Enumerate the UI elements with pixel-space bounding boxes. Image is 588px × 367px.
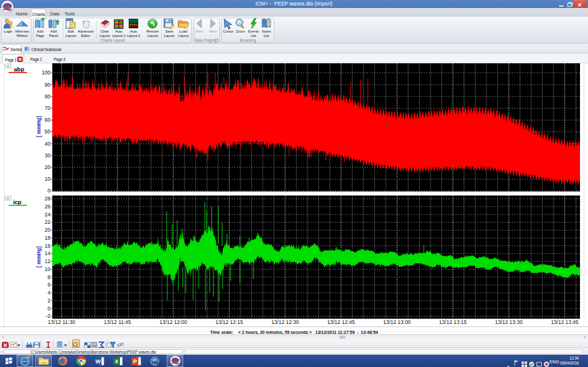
- svg-text:[ mmHg]: [ mmHg]: [36, 116, 42, 138]
- svg-text:60: 60: [45, 117, 51, 123]
- svg-text:W: W: [95, 358, 101, 364]
- svg-text:28: 28: [45, 195, 51, 202]
- svg-text:-2: -2: [46, 313, 50, 319]
- svg-text:13/12 12:45: 13/12 12:45: [327, 319, 355, 325]
- svg-text:0: 0: [47, 187, 50, 194]
- svg-text:=: =: [7, 197, 9, 200]
- svg-text:13/12 11:45: 13/12 11:45: [104, 319, 132, 325]
- svg-text:24: 24: [45, 211, 51, 218]
- svg-text:13/12 11:30: 13/12 11:30: [48, 319, 76, 325]
- svg-text:13/12 13:15: 13/12 13:15: [439, 319, 467, 325]
- svg-text:13/12 13:45: 13/12 13:45: [551, 319, 579, 325]
- svg-text:4: 4: [47, 290, 50, 296]
- svg-text:X: X: [114, 358, 118, 364]
- svg-text:abp: abp: [14, 66, 25, 73]
- svg-text:13/12 13:30: 13/12 13:30: [495, 319, 523, 325]
- svg-text:P: P: [133, 358, 137, 364]
- svg-text:100: 100: [42, 69, 50, 76]
- svg-text:10: 10: [45, 176, 51, 182]
- svg-text:8: 8: [47, 274, 50, 280]
- svg-text:70: 70: [45, 105, 51, 111]
- svg-text:20: 20: [45, 227, 51, 233]
- svg-text:13/12 13:00: 13/12 13:00: [383, 319, 411, 325]
- svg-text:[ mmHg]: [ mmHg]: [36, 247, 42, 268]
- svg-text:6: 6: [47, 282, 50, 288]
- svg-text:13/12 12:30: 13/12 12:30: [271, 319, 299, 325]
- svg-text:12: 12: [45, 258, 51, 264]
- svg-text:26: 26: [45, 203, 51, 210]
- svg-text:16: 16: [45, 243, 51, 249]
- svg-text:90: 90: [45, 82, 51, 88]
- svg-text:icp: icp: [13, 199, 22, 205]
- svg-text:40: 40: [45, 141, 51, 147]
- svg-text:20: 20: [45, 164, 51, 170]
- svg-text:13/12 12:00: 13/12 12:00: [159, 319, 187, 325]
- svg-text:0: 0: [47, 306, 50, 312]
- svg-text:2: 2: [47, 298, 50, 304]
- svg-text:22: 22: [45, 219, 51, 225]
- svg-text:13/12 12:15: 13/12 12:15: [215, 319, 243, 325]
- svg-text:30: 30: [45, 152, 51, 159]
- svg-text:80: 80: [45, 93, 51, 100]
- svg-text:18: 18: [45, 235, 51, 241]
- svg-text:50: 50: [45, 128, 51, 135]
- svg-text:=: =: [7, 65, 9, 68]
- svg-text:10: 10: [45, 266, 51, 272]
- svg-text:14: 14: [45, 250, 51, 256]
